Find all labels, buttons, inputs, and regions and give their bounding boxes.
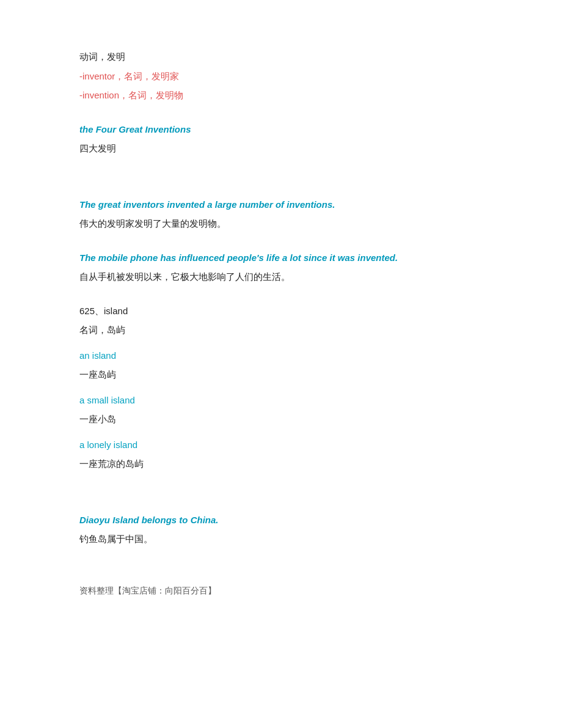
sentence3-en-text: Diaoyu Island belongs to China. bbox=[79, 515, 219, 525]
word-pos-text: 名词，岛屿 bbox=[79, 325, 125, 335]
sentence3-cn: 钓鱼岛属于中国。 bbox=[79, 531, 483, 547]
invention-line: -invention，名词，发明物 bbox=[79, 87, 483, 103]
phrase2-cn: 一座岛屿 bbox=[79, 367, 483, 383]
phrase3-cn-text: 一座小岛 bbox=[79, 414, 116, 424]
sentence1-en-text: The great inventors invented a large num… bbox=[79, 199, 335, 210]
sentence1-en: The great inventors invented a large num… bbox=[79, 197, 483, 213]
sentence2-cn-text: 自从手机被发明以来，它极大地影响了人们的生活。 bbox=[79, 271, 290, 282]
word-entry-text: 625、island bbox=[79, 306, 128, 316]
phrase2-en: an island bbox=[79, 348, 483, 364]
main-content: 动词，发明 -inventor，名词，发明家 -invention，名词，发明物… bbox=[79, 49, 483, 598]
verb-text: 动词，发明 bbox=[79, 51, 125, 62]
inventor-line: -inventor，名词，发明家 bbox=[79, 68, 483, 84]
phrase3-cn: 一座小岛 bbox=[79, 411, 483, 427]
four-inventions-en-text: the Four Great Inventions bbox=[79, 124, 191, 134]
phrase4-en: a lonely island bbox=[79, 437, 483, 453]
footer-text: 资料整理【淘宝店铺：向阳百分百】 bbox=[79, 586, 216, 595]
sentence3-en: Diaoyu Island belongs to China. bbox=[79, 512, 483, 528]
phrase4-en-text: a lonely island bbox=[79, 439, 137, 450]
verb-label: 动词，发明 bbox=[79, 49, 483, 65]
invention-text: -invention，名词，发明物 bbox=[79, 90, 183, 100]
four-inventions-cn-text: 四大发明 bbox=[79, 143, 116, 153]
four-inventions-en: the Four Great Inventions bbox=[79, 122, 483, 138]
phrase3-en-text: a small island bbox=[79, 395, 135, 405]
phrase3-en: a small island bbox=[79, 392, 483, 408]
phrase2-en-text: an island bbox=[79, 350, 116, 361]
sentence2-en: The mobile phone has influenced people's… bbox=[79, 250, 483, 266]
footer: 资料整理【淘宝店铺：向阳百分百】 bbox=[79, 584, 483, 598]
sentence2-en-text: The mobile phone has influenced people's… bbox=[79, 252, 398, 263]
sentence1-cn: 伟大的发明家发明了大量的发明物。 bbox=[79, 216, 483, 232]
word-pos: 名词，岛屿 bbox=[79, 322, 483, 338]
phrase4-cn: 一座荒凉的岛屿 bbox=[79, 456, 483, 472]
sentence2-cn: 自从手机被发明以来，它极大地影响了人们的生活。 bbox=[79, 269, 483, 285]
sentence1-cn-text: 伟大的发明家发明了大量的发明物。 bbox=[79, 218, 226, 229]
sentence3-cn-text: 钓鱼岛属于中国。 bbox=[79, 534, 153, 544]
word-entry-number: 625、island bbox=[79, 303, 483, 319]
four-inventions-cn: 四大发明 bbox=[79, 141, 483, 156]
phrase2-cn-text: 一座岛屿 bbox=[79, 369, 116, 380]
inventor-text: -inventor，名词，发明家 bbox=[79, 71, 179, 81]
phrase4-cn-text: 一座荒凉的岛屿 bbox=[79, 458, 144, 469]
